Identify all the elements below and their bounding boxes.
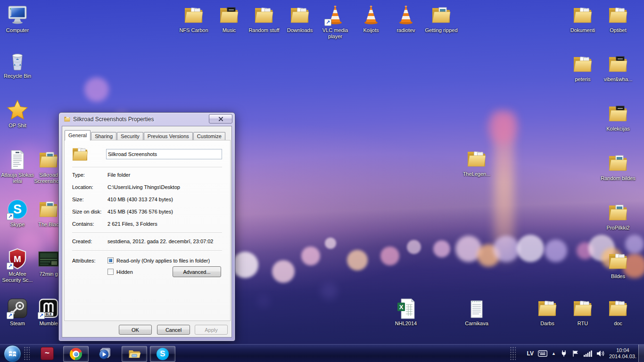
tab-security[interactable]: Security	[117, 132, 143, 140]
desktop-icon-random-bildes[interactable]: Random bildes	[600, 152, 636, 181]
desktop-icon-darbs[interactable]: Darbs	[529, 297, 565, 327]
desktop-icon-atlauja[interactable]: Atlauja Slokas ielai	[0, 148, 35, 184]
language-indicator[interactable]: LV	[527, 350, 534, 357]
field-value: 415 MB (435 736 576 bytes)	[107, 209, 173, 214]
taskbar-chrome-button[interactable]	[63, 346, 89, 362]
keyboard-icon[interactable]	[538, 350, 547, 357]
desktop-icon-op-shit[interactable]: OP Shit	[0, 99, 35, 129]
advanced-button[interactable]: Advanced...	[173, 266, 221, 277]
folder-icon	[253, 4, 275, 26]
bokeh-light	[325, 238, 336, 249]
star-icon	[6, 99, 29, 122]
desktop-icon-dokumenti[interactable]: Dokumenti	[565, 4, 601, 33]
desktop-icon-vlc[interactable]: ↗ VLC media player	[317, 4, 353, 40]
desktop-icon-skype[interactable]: ↗ Skype	[0, 198, 35, 228]
folder-icon-large	[71, 145, 90, 164]
folder-icon	[607, 250, 629, 272]
field-value: 410 MB (430 313 274 bytes)	[107, 197, 173, 202]
created-value: sestdiena, 2012. gada 22. decembrī, 23:0…	[107, 239, 213, 244]
cancel-button[interactable]: Cancel	[157, 325, 190, 335]
bokeh-light	[84, 77, 109, 102]
desktop-icon-label: Downloads	[282, 27, 318, 33]
taskbar-wmp-icon[interactable]	[98, 347, 111, 360]
close-button[interactable]	[209, 114, 232, 123]
desktop-icon-label: Random bildes	[600, 175, 636, 181]
dialog-body: General Sharing Security Previous Versio…	[62, 126, 232, 337]
screenshot-thumbnail-icon	[37, 247, 60, 270]
recycle-bin-icon	[6, 49, 29, 72]
show-desktop-button[interactable]	[638, 345, 644, 362]
bokeh-light	[347, 250, 368, 271]
desktop-icon-steam[interactable]: ↗ Steam	[0, 297, 35, 327]
folder-icon	[63, 115, 71, 123]
power-plug-icon[interactable]	[560, 350, 568, 357]
desktop-icon-koijots[interactable]: Koijots	[353, 4, 389, 33]
desktop-icon-radiotev[interactable]: radiotev	[388, 4, 424, 33]
desktop-icon-peteris[interactable]: peteris	[565, 53, 601, 82]
desktop-icon-random-stuff[interactable]: Random stuff	[246, 4, 282, 33]
start-button[interactable]	[4, 345, 21, 362]
desktop-icon-music[interactable]: Music	[211, 4, 247, 33]
system-tray: LV ▲ 10:04 2014.04.03.	[527, 345, 637, 362]
network-signal-icon[interactable]	[584, 350, 592, 357]
desktop-icon-label: Dokumenti	[565, 27, 601, 33]
folder-icon	[607, 4, 629, 26]
tab-general[interactable]: General	[65, 130, 91, 140]
hidden-checkbox[interactable]	[107, 269, 114, 275]
bokeh-light	[545, 239, 567, 262]
tab-sharing[interactable]: Sharing	[91, 132, 116, 140]
field-label: Size:	[72, 197, 83, 202]
desktop-icon-optibet[interactable]: Optibet	[600, 4, 636, 33]
desktop-icon-getting-ripped[interactable]: Getting ripped	[423, 4, 459, 33]
taskbar-skype-button[interactable]: S	[150, 346, 175, 362]
desktop-icon-propilkki2[interactable]: ProPilkki2	[600, 201, 636, 231]
desktop-icon-rtu[interactable]: RTU	[565, 297, 601, 327]
bokeh-light	[301, 247, 320, 265]
action-center-flag-icon[interactable]	[572, 350, 579, 357]
bokeh-light	[257, 295, 270, 308]
tab-previous-versions[interactable]: Previous Versions	[144, 132, 193, 140]
folder-name-input[interactable]	[106, 149, 222, 159]
folder-icon	[607, 201, 629, 224]
tab-strip: General Sharing Security Previous Versio…	[65, 131, 226, 140]
hidden-label: Hidden	[116, 269, 133, 275]
volume-icon[interactable]	[596, 350, 605, 357]
desktop-icon-bildes[interactable]: Bildes	[600, 250, 636, 280]
desktop-icon-thelegen[interactable]: TheLegen...	[459, 148, 495, 177]
desktop-icon-nfs-carbon[interactable]: NFS Carbon	[176, 4, 212, 33]
desktop-icon-viber-whatsapp[interactable]: viber&wha...	[600, 53, 636, 82]
desktop-icon-label: OP Shit	[0, 123, 35, 129]
desktop-icon-mcafee[interactable]: ↗ McAfee Security Sc...	[0, 247, 35, 283]
folder-icon	[571, 297, 594, 320]
desktop-icon-label: Optibet	[600, 27, 636, 33]
desktop-icon-label: Kolekcijas	[600, 126, 636, 132]
show-hidden-icons-chevron[interactable]: ▲	[552, 350, 556, 357]
field-value: 2 621 Files, 3 Folders	[107, 221, 157, 227]
properties-dialog: Silkroad Screenshots Properties General …	[58, 112, 235, 341]
ok-button[interactable]: OK	[119, 325, 152, 335]
notepad-file-icon	[465, 297, 488, 320]
taskbar-explorer-button[interactable]	[122, 346, 147, 362]
desktop-icon-downloads[interactable]: Downloads	[282, 4, 318, 33]
desktop-icon-kolekcijas[interactable]: Kolekcijas	[600, 102, 636, 132]
desktop-icon-computer[interactable]: Computer	[0, 4, 35, 33]
folder-icon	[37, 198, 60, 221]
desktop-icon-label: NFS Carbon	[176, 27, 212, 33]
desktop-icon-label: Skype	[0, 222, 35, 228]
bokeh-light	[433, 240, 450, 257]
tray-clock[interactable]: 10:04 2014.04.03.	[609, 347, 636, 360]
tab-customize[interactable]: Customize	[193, 132, 225, 140]
desktop-icon-nhl2014[interactable]: NHL2014	[388, 297, 424, 327]
taskbar-aimp-icon[interactable]: ~	[41, 347, 54, 360]
shortcut-arrow-icon: ↗	[38, 312, 45, 319]
desktop-icon-label: Computer	[0, 27, 35, 33]
desktop-icon-recycle-bin[interactable]: Recycle Bin	[0, 49, 35, 79]
apply-button[interactable]: Apply	[195, 325, 228, 335]
readonly-checkbox[interactable]	[107, 257, 114, 263]
desktop-icon-carnikava[interactable]: Carnikava	[459, 297, 495, 327]
tray-date: 2014.04.03.	[609, 354, 636, 360]
field-label: Size on disk:	[72, 209, 101, 214]
desktop-icon-doc[interactable]: doc	[600, 297, 636, 327]
desktop-icon-label: Carnikava	[459, 321, 495, 327]
folder-icon	[430, 4, 453, 26]
